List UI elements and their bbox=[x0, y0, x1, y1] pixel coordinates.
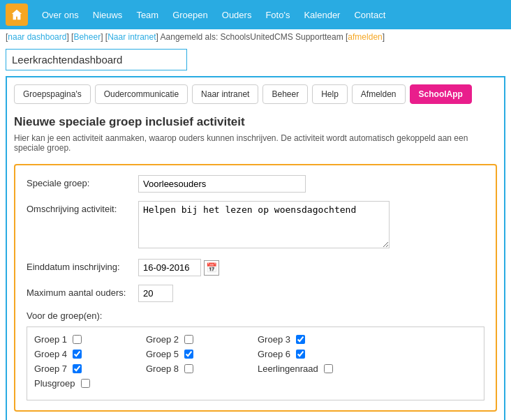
navbar: Over ons Nieuws Team Groepen Ouders Foto… bbox=[0, 0, 511, 29]
form-row-maximum: Maximum aantal ouders: bbox=[27, 285, 484, 302]
group-6-checkbox[interactable] bbox=[296, 350, 305, 359]
group-cell-5: Groep 5 bbox=[146, 349, 258, 359]
group-7-label: Groep 7 bbox=[34, 363, 67, 374]
group-7-checkbox[interactable] bbox=[73, 364, 82, 373]
omschrijving-control: Helpen bij het lezen op woensdagochtend bbox=[138, 201, 484, 250]
home-icon[interactable] bbox=[6, 3, 28, 26]
einddatum-input[interactable] bbox=[138, 259, 201, 276]
leerlingenraad-checkbox[interactable] bbox=[324, 364, 333, 373]
group-cell-3: Groep 3 bbox=[258, 334, 369, 345]
toolbar-groepspaginas[interactable]: Groepspagina's bbox=[14, 84, 91, 104]
einddatum-control: 📅 bbox=[138, 259, 484, 276]
afmelden-link[interactable]: afmelden bbox=[348, 32, 382, 42]
group-cell-8: Groep 8 bbox=[146, 363, 258, 374]
group-cell-6: Groep 6 bbox=[258, 349, 369, 359]
nav-team[interactable]: Team bbox=[129, 10, 165, 20]
maximum-input[interactable] bbox=[138, 285, 173, 302]
omschrijving-textarea[interactable]: Helpen bij het lezen op woensdagochtend bbox=[138, 201, 390, 248]
group-cell-7: Groep 7 bbox=[34, 363, 146, 374]
breadcrumb: [naar dashboard] [Beheer] [Naar intranet… bbox=[0, 29, 511, 45]
groups-grid: Groep 1 Groep 2 Groep 3 Groep 4 bbox=[27, 327, 484, 400]
toolbar-afmelden[interactable]: Afmelden bbox=[352, 84, 406, 104]
nav-nieuws[interactable]: Nieuws bbox=[86, 10, 130, 20]
nav-contact[interactable]: Contact bbox=[347, 10, 392, 20]
breadcrumb-dashboard[interactable]: naar dashboard bbox=[8, 32, 66, 42]
group-cell-4: Groep 4 bbox=[34, 349, 146, 359]
einddatum-label: Einddatum inschrijving: bbox=[27, 259, 138, 272]
form-row-speciale-groep: Speciale groep: bbox=[27, 175, 484, 193]
groups-row-3: Groep 7 Groep 8 Leerlingenraad bbox=[34, 363, 477, 374]
nav-kalender[interactable]: Kalender bbox=[297, 10, 347, 20]
toolbar-naar-intranet[interactable]: Naar intranet bbox=[192, 84, 258, 104]
toolbar-schoolapp[interactable]: SchoolApp bbox=[410, 84, 472, 104]
group-2-label: Groep 2 bbox=[146, 334, 179, 345]
group-cell-leerlingenraad: Leerlingenraad bbox=[258, 363, 369, 374]
speciale-groep-control bbox=[138, 175, 484, 193]
voor-de-groepen-label: Voor de groep(en): bbox=[27, 310, 484, 321]
group-3-checkbox[interactable] bbox=[296, 335, 305, 344]
section-title: Nieuwe speciale groep inclusief activite… bbox=[14, 115, 497, 129]
group-1-checkbox[interactable] bbox=[73, 335, 82, 344]
group-2-checkbox[interactable] bbox=[184, 335, 193, 344]
nav-groepen[interactable]: Groepen bbox=[165, 10, 215, 20]
group-3-label: Groep 3 bbox=[258, 334, 290, 345]
plusgroep-checkbox[interactable] bbox=[81, 379, 90, 388]
form-card: Speciale groep: Omschrijving activiteit:… bbox=[14, 164, 497, 412]
calendar-icon[interactable]: 📅 bbox=[204, 260, 219, 276]
nav-fotos[interactable]: Foto's bbox=[258, 10, 297, 20]
group-cell-2: Groep 2 bbox=[146, 334, 258, 345]
page-title-wrap bbox=[0, 45, 511, 76]
breadcrumb-intranet[interactable]: Naar intranet bbox=[108, 32, 156, 42]
nav-ouders[interactable]: Ouders bbox=[215, 10, 259, 20]
groups-row-4: Plusgroep bbox=[34, 378, 477, 389]
leerlingenraad-label: Leerlingenraad bbox=[258, 363, 318, 374]
maximum-label: Maximum aantal ouders: bbox=[27, 285, 138, 298]
toolbar: Groepspagina's Oudercommunicatie Naar in… bbox=[14, 84, 497, 104]
breadcrumb-beheer[interactable]: Beheer bbox=[73, 32, 101, 42]
form-row-einddatum: Einddatum inschrijving: 📅 bbox=[27, 259, 484, 276]
toolbar-oudercommunicatie[interactable]: Oudercommunicatie bbox=[95, 84, 188, 104]
group-4-checkbox[interactable] bbox=[73, 350, 82, 359]
group-cell-plusgroep: Plusgroep bbox=[34, 378, 146, 389]
group-4-label: Groep 4 bbox=[34, 349, 67, 359]
groups-row-1: Groep 1 Groep 2 Groep 3 bbox=[34, 334, 477, 345]
form-row-omschrijving: Omschrijving activiteit: Helpen bij het … bbox=[27, 201, 484, 250]
group-5-checkbox[interactable] bbox=[184, 350, 193, 359]
group-cell-1: Groep 1 bbox=[34, 334, 146, 345]
section-description: Hier kan je een activiteit aanmaken, waa… bbox=[14, 133, 497, 153]
logged-in-as: Aangemeld als: SchoolsUnitedCMS Supportt… bbox=[161, 32, 343, 42]
group-5-label: Groep 5 bbox=[146, 349, 179, 359]
page-title-input[interactable] bbox=[6, 49, 187, 70]
main-container: Groepspagina's Oudercommunicatie Naar in… bbox=[6, 76, 505, 420]
group-8-label: Groep 8 bbox=[146, 363, 179, 374]
groups-row-2: Groep 4 Groep 5 Groep 6 bbox=[34, 349, 477, 359]
group-1-label: Groep 1 bbox=[34, 334, 67, 345]
toolbar-help[interactable]: Help bbox=[312, 84, 348, 104]
group-8-checkbox[interactable] bbox=[184, 364, 193, 373]
group-6-label: Groep 6 bbox=[258, 349, 290, 359]
toolbar-beheer[interactable]: Beheer bbox=[262, 84, 308, 104]
plusgroep-label: Plusgroep bbox=[34, 378, 75, 389]
speciale-groep-label: Speciale groep: bbox=[27, 175, 138, 188]
nav-over-ons[interactable]: Over ons bbox=[35, 10, 86, 20]
maximum-control bbox=[138, 285, 484, 302]
omschrijving-label: Omschrijving activiteit: bbox=[27, 201, 138, 214]
speciale-groep-input[interactable] bbox=[138, 175, 306, 193]
